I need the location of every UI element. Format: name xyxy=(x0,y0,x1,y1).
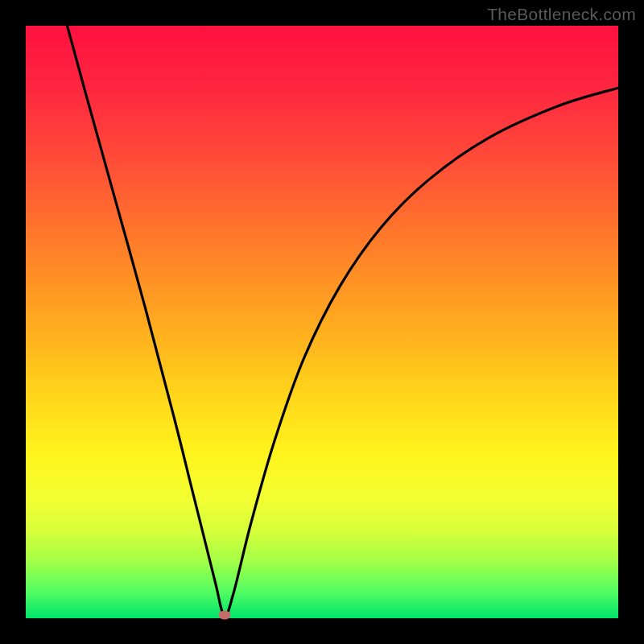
curve-minimum-marker xyxy=(218,611,230,620)
watermark-text: TheBottleneck.com xyxy=(487,5,636,24)
bottleneck-curve xyxy=(68,26,618,616)
chart-frame: TheBottleneck.com xyxy=(0,0,644,644)
plot-area xyxy=(26,26,618,618)
curve-svg xyxy=(26,26,618,618)
